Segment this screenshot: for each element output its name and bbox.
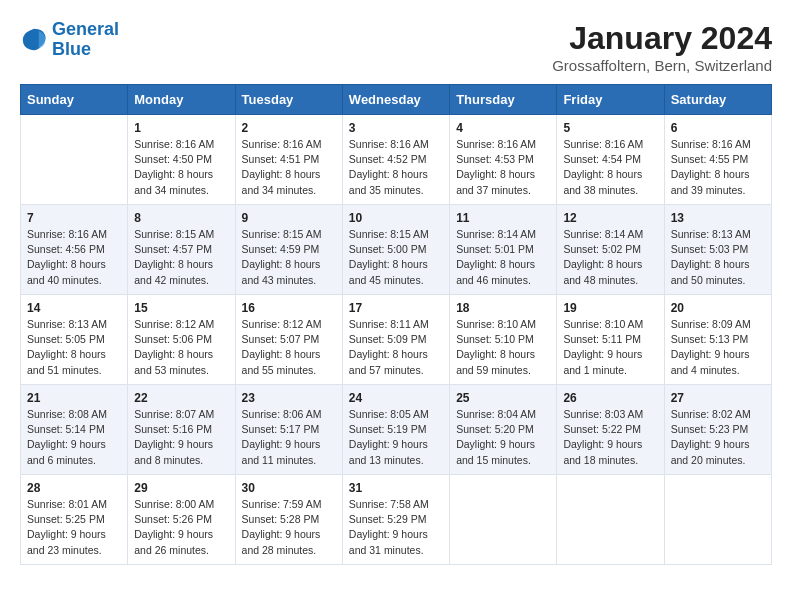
calendar-cell: 7Sunrise: 8:16 AM Sunset: 4:56 PM Daylig…	[21, 205, 128, 295]
calendar-cell: 30Sunrise: 7:59 AM Sunset: 5:28 PM Dayli…	[235, 475, 342, 565]
day-number: 11	[456, 211, 550, 225]
calendar-cell: 17Sunrise: 8:11 AM Sunset: 5:09 PM Dayli…	[342, 295, 449, 385]
day-number: 10	[349, 211, 443, 225]
day-info: Sunrise: 8:16 AM Sunset: 4:51 PM Dayligh…	[242, 137, 336, 198]
calendar-table: SundayMondayTuesdayWednesdayThursdayFrid…	[20, 84, 772, 565]
day-info: Sunrise: 8:10 AM Sunset: 5:10 PM Dayligh…	[456, 317, 550, 378]
calendar-cell: 4Sunrise: 8:16 AM Sunset: 4:53 PM Daylig…	[450, 115, 557, 205]
calendar-cell: 12Sunrise: 8:14 AM Sunset: 5:02 PM Dayli…	[557, 205, 664, 295]
day-number: 21	[27, 391, 121, 405]
day-number: 7	[27, 211, 121, 225]
logo-line2: Blue	[52, 39, 91, 59]
calendar-cell: 15Sunrise: 8:12 AM Sunset: 5:06 PM Dayli…	[128, 295, 235, 385]
day-number: 3	[349, 121, 443, 135]
day-number: 16	[242, 301, 336, 315]
day-info: Sunrise: 8:00 AM Sunset: 5:26 PM Dayligh…	[134, 497, 228, 558]
day-info: Sunrise: 8:08 AM Sunset: 5:14 PM Dayligh…	[27, 407, 121, 468]
day-info: Sunrise: 8:10 AM Sunset: 5:11 PM Dayligh…	[563, 317, 657, 378]
day-info: Sunrise: 8:14 AM Sunset: 5:02 PM Dayligh…	[563, 227, 657, 288]
logo: General Blue	[20, 20, 119, 60]
subtitle: Grossaffoltern, Bern, Switzerland	[552, 57, 772, 74]
calendar-cell: 25Sunrise: 8:04 AM Sunset: 5:20 PM Dayli…	[450, 385, 557, 475]
calendar-cell	[450, 475, 557, 565]
calendar-cell: 27Sunrise: 8:02 AM Sunset: 5:23 PM Dayli…	[664, 385, 771, 475]
day-number: 19	[563, 301, 657, 315]
day-info: Sunrise: 8:12 AM Sunset: 5:07 PM Dayligh…	[242, 317, 336, 378]
calendar-cell: 10Sunrise: 8:15 AM Sunset: 5:00 PM Dayli…	[342, 205, 449, 295]
day-number: 13	[671, 211, 765, 225]
day-info: Sunrise: 8:16 AM Sunset: 4:54 PM Dayligh…	[563, 137, 657, 198]
day-info: Sunrise: 8:13 AM Sunset: 5:05 PM Dayligh…	[27, 317, 121, 378]
day-number: 8	[134, 211, 228, 225]
week-row-2: 7Sunrise: 8:16 AM Sunset: 4:56 PM Daylig…	[21, 205, 772, 295]
day-number: 5	[563, 121, 657, 135]
day-info: Sunrise: 8:05 AM Sunset: 5:19 PM Dayligh…	[349, 407, 443, 468]
day-number: 25	[456, 391, 550, 405]
calendar-cell: 1Sunrise: 8:16 AM Sunset: 4:50 PM Daylig…	[128, 115, 235, 205]
week-row-4: 21Sunrise: 8:08 AM Sunset: 5:14 PM Dayli…	[21, 385, 772, 475]
day-info: Sunrise: 8:04 AM Sunset: 5:20 PM Dayligh…	[456, 407, 550, 468]
calendar-cell: 26Sunrise: 8:03 AM Sunset: 5:22 PM Dayli…	[557, 385, 664, 475]
calendar-cell: 5Sunrise: 8:16 AM Sunset: 4:54 PM Daylig…	[557, 115, 664, 205]
day-number: 4	[456, 121, 550, 135]
calendar-cell: 2Sunrise: 8:16 AM Sunset: 4:51 PM Daylig…	[235, 115, 342, 205]
calendar-cell: 23Sunrise: 8:06 AM Sunset: 5:17 PM Dayli…	[235, 385, 342, 475]
day-info: Sunrise: 8:15 AM Sunset: 5:00 PM Dayligh…	[349, 227, 443, 288]
day-number: 22	[134, 391, 228, 405]
day-info: Sunrise: 8:07 AM Sunset: 5:16 PM Dayligh…	[134, 407, 228, 468]
day-info: Sunrise: 7:58 AM Sunset: 5:29 PM Dayligh…	[349, 497, 443, 558]
day-info: Sunrise: 8:09 AM Sunset: 5:13 PM Dayligh…	[671, 317, 765, 378]
day-number: 2	[242, 121, 336, 135]
day-number: 23	[242, 391, 336, 405]
week-row-3: 14Sunrise: 8:13 AM Sunset: 5:05 PM Dayli…	[21, 295, 772, 385]
logo-line1: General	[52, 19, 119, 39]
day-number: 27	[671, 391, 765, 405]
day-info: Sunrise: 8:16 AM Sunset: 4:53 PM Dayligh…	[456, 137, 550, 198]
day-number: 14	[27, 301, 121, 315]
day-info: Sunrise: 8:16 AM Sunset: 4:55 PM Dayligh…	[671, 137, 765, 198]
calendar-header-row: SundayMondayTuesdayWednesdayThursdayFrid…	[21, 85, 772, 115]
calendar-cell: 20Sunrise: 8:09 AM Sunset: 5:13 PM Dayli…	[664, 295, 771, 385]
day-info: Sunrise: 8:15 AM Sunset: 4:59 PM Dayligh…	[242, 227, 336, 288]
logo-text: General Blue	[52, 20, 119, 60]
calendar-cell: 29Sunrise: 8:00 AM Sunset: 5:26 PM Dayli…	[128, 475, 235, 565]
day-number: 20	[671, 301, 765, 315]
header-tuesday: Tuesday	[235, 85, 342, 115]
header-saturday: Saturday	[664, 85, 771, 115]
day-info: Sunrise: 8:06 AM Sunset: 5:17 PM Dayligh…	[242, 407, 336, 468]
page-header: General Blue January 2024 Grossaffoltern…	[20, 20, 772, 74]
day-info: Sunrise: 8:13 AM Sunset: 5:03 PM Dayligh…	[671, 227, 765, 288]
header-wednesday: Wednesday	[342, 85, 449, 115]
header-friday: Friday	[557, 85, 664, 115]
day-info: Sunrise: 8:15 AM Sunset: 4:57 PM Dayligh…	[134, 227, 228, 288]
logo-icon	[20, 26, 48, 54]
day-info: Sunrise: 8:11 AM Sunset: 5:09 PM Dayligh…	[349, 317, 443, 378]
calendar-cell	[21, 115, 128, 205]
calendar-cell	[557, 475, 664, 565]
calendar-cell: 31Sunrise: 7:58 AM Sunset: 5:29 PM Dayli…	[342, 475, 449, 565]
day-info: Sunrise: 8:16 AM Sunset: 4:52 PM Dayligh…	[349, 137, 443, 198]
day-info: Sunrise: 8:16 AM Sunset: 4:56 PM Dayligh…	[27, 227, 121, 288]
day-number: 9	[242, 211, 336, 225]
calendar-cell: 21Sunrise: 8:08 AM Sunset: 5:14 PM Dayli…	[21, 385, 128, 475]
day-number: 15	[134, 301, 228, 315]
calendar-cell	[664, 475, 771, 565]
header-thursday: Thursday	[450, 85, 557, 115]
day-number: 18	[456, 301, 550, 315]
day-number: 29	[134, 481, 228, 495]
day-info: Sunrise: 8:16 AM Sunset: 4:50 PM Dayligh…	[134, 137, 228, 198]
day-info: Sunrise: 8:01 AM Sunset: 5:25 PM Dayligh…	[27, 497, 121, 558]
calendar-cell: 28Sunrise: 8:01 AM Sunset: 5:25 PM Dayli…	[21, 475, 128, 565]
day-info: Sunrise: 8:03 AM Sunset: 5:22 PM Dayligh…	[563, 407, 657, 468]
day-info: Sunrise: 8:14 AM Sunset: 5:01 PM Dayligh…	[456, 227, 550, 288]
calendar-cell: 18Sunrise: 8:10 AM Sunset: 5:10 PM Dayli…	[450, 295, 557, 385]
calendar-cell: 24Sunrise: 8:05 AM Sunset: 5:19 PM Dayli…	[342, 385, 449, 475]
day-number: 12	[563, 211, 657, 225]
week-row-1: 1Sunrise: 8:16 AM Sunset: 4:50 PM Daylig…	[21, 115, 772, 205]
calendar-cell: 22Sunrise: 8:07 AM Sunset: 5:16 PM Dayli…	[128, 385, 235, 475]
header-monday: Monday	[128, 85, 235, 115]
day-info: Sunrise: 8:02 AM Sunset: 5:23 PM Dayligh…	[671, 407, 765, 468]
day-info: Sunrise: 7:59 AM Sunset: 5:28 PM Dayligh…	[242, 497, 336, 558]
header-sunday: Sunday	[21, 85, 128, 115]
calendar-cell: 6Sunrise: 8:16 AM Sunset: 4:55 PM Daylig…	[664, 115, 771, 205]
